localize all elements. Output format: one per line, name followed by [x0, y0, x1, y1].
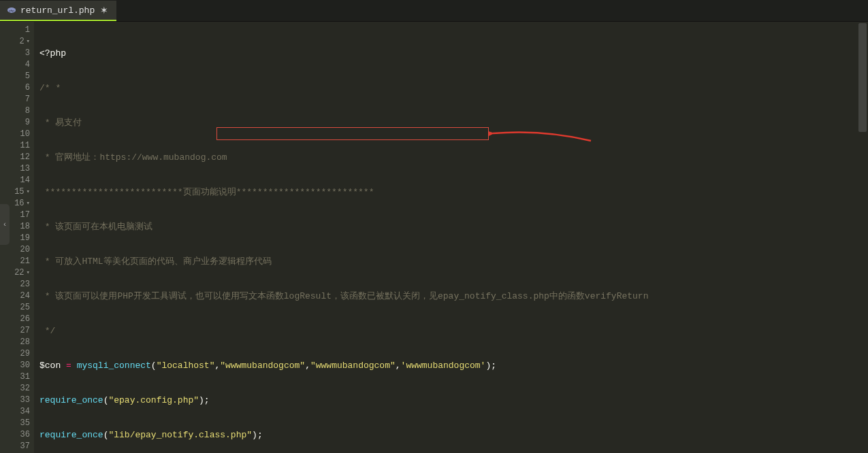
code-token: , [305, 360, 310, 371]
code-token: ); [199, 395, 210, 405]
code-token: * 易支付 [39, 118, 82, 128]
file-tab[interactable]: php return_url.php ✶ [0, 1, 116, 21]
tab-close-icon[interactable]: ✶ [99, 5, 110, 16]
code-token: "localhost" [157, 360, 215, 371]
code-token: ( [151, 360, 157, 371]
code-token: * 该页面可以使用PHP开发工具调试，也可以使用写文本函数logResult，该… [39, 291, 648, 301]
fold-icon[interactable]: ▾ [27, 198, 30, 209]
code-token: "lib/epay_notify.class.php" [108, 430, 252, 440]
code-token: * 可放入HTML等美化页面的代码、商户业务逻辑程序代码 [39, 256, 272, 267]
code-token: 'wwwmubandogcom' [401, 360, 486, 371]
code-token: = [61, 360, 76, 371]
code-editor[interactable]: 1 2 ▾ 3 4 5 6 7 8 9 10 11 12 13 14 15 ▾ … [0, 22, 868, 453]
code-token: ); [252, 430, 263, 440]
code-token: <?php [39, 48, 66, 58]
fold-icon[interactable]: ▾ [27, 186, 30, 198]
code-token: "epay.config.php" [108, 395, 199, 405]
tab-bar: php return_url.php ✶ [0, 0, 868, 22]
code-token: "wwwmubandogcom" [220, 360, 305, 371]
fold-icon[interactable]: ▾ [27, 36, 30, 48]
code-token: mysqli_connect [77, 360, 151, 371]
code-token: $con [39, 360, 61, 371]
code-token: * 官网地址：https://www.mubandog.com [39, 152, 227, 163]
code-token: ); [485, 360, 496, 371]
side-panel-expand[interactable]: ‹ [0, 204, 10, 245]
vertical-scrollbar[interactable] [858, 23, 867, 452]
scrollbar-thumb[interactable] [858, 23, 867, 132]
code-token: /* * [39, 83, 61, 93]
code-token: require_once [39, 430, 103, 440]
tab-filename: return_url.php [20, 5, 95, 16]
code-token: * 该页面可在本机电脑测试 [39, 222, 152, 232]
svg-text:php: php [9, 9, 14, 12]
code-area[interactable]: <?php /* * * 易支付 * 官网地址：https://www.muba… [34, 22, 868, 453]
code-token: , [396, 360, 401, 371]
php-file-icon: php [7, 5, 16, 15]
fold-icon[interactable]: ▾ [27, 267, 30, 279]
code-token: "wwwmubandogcom" [310, 360, 396, 371]
annotation-highlight [216, 127, 489, 140]
code-token: **************************页面功能说明********… [39, 187, 374, 197]
code-token: require_once [39, 395, 103, 405]
code-token: */ [39, 326, 55, 336]
